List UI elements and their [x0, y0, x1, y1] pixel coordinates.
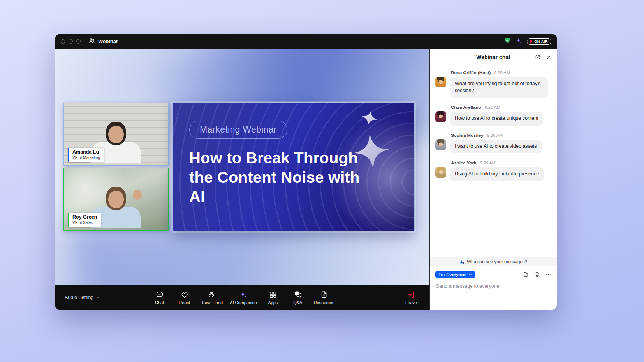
- meeting-toolbar: Audio Setting Chat: [55, 285, 429, 310]
- chat-message: Ashlee York 9:20 AM Using AI to build my…: [435, 159, 551, 181]
- webinar-window: Webinar: [55, 34, 557, 310]
- privacy-people-icon: [459, 259, 465, 264]
- video-tile-amanda[interactable]: Amanda Lu VP of Marketing: [63, 103, 169, 166]
- message-bubble: Using AI to build my LinkedIn presence: [450, 167, 544, 181]
- main-area: Amanda Lu VP of Marketing Ro: [55, 49, 429, 310]
- toolbar-button-label: Chat: [155, 300, 164, 305]
- webinar-chat-panel: Webinar chat: [429, 49, 557, 310]
- on-air-badge: ON AIR: [527, 38, 551, 45]
- to-selector-label: To: Everyone: [438, 272, 466, 277]
- raise-hand-button[interactable]: Raise Hand: [201, 290, 223, 305]
- qa-button[interactable]: Q&A: [289, 290, 307, 305]
- chat-title: Webinar chat: [476, 54, 510, 60]
- window-titlebar: Webinar: [55, 34, 557, 49]
- chat-message-input[interactable]: [436, 283, 551, 289]
- window-control-minimize-icon[interactable]: [69, 39, 73, 44]
- more-icon[interactable]: [545, 271, 551, 278]
- to-everyone-selector[interactable]: To: Everyone: [435, 271, 475, 278]
- toolbar-button-label: Q&A: [293, 300, 302, 305]
- security-shield-icon[interactable]: [504, 37, 511, 46]
- message-author: Sophia Mosiley: [451, 133, 484, 138]
- window-title-group: Webinar: [88, 37, 118, 45]
- chat-message: Sophia Mosiley 9:20 AM I want to use AI …: [435, 131, 551, 154]
- participant-name: Amanda Lu: [72, 149, 100, 156]
- chat-message: Clara Arellano 9:20 AM How to use AI to …: [435, 103, 551, 126]
- avatar: [435, 111, 446, 122]
- window-control-zoom-icon[interactable]: [76, 39, 81, 44]
- resources-icon: [320, 290, 328, 299]
- chat-button[interactable]: Chat: [151, 290, 169, 305]
- chat-footer: Who can see your messages? To: Everyone: [430, 257, 557, 310]
- chat-message: Rosa Griffin (Host) 9:20 AM What are you…: [435, 69, 551, 98]
- message-bubble: I want to use AI to create video assets: [450, 140, 542, 154]
- shared-presentation: Marketing Webinar How to Break Through t…: [172, 102, 415, 231]
- ai-companion-button[interactable]: AI Companion: [230, 290, 257, 305]
- to-chevron-icon: [468, 273, 472, 276]
- message-author: Ashlee York: [451, 161, 476, 165]
- participant-role: VP of Sales: [72, 220, 97, 225]
- message-bubble: What are you trying to get out of today'…: [450, 77, 548, 98]
- popout-icon[interactable]: [535, 54, 541, 60]
- participant-role: VP of Marketing: [72, 156, 100, 160]
- ai-companion-icon: [239, 290, 248, 299]
- message-author: Clara Arellano: [451, 105, 481, 110]
- resources-button[interactable]: Resources: [314, 290, 334, 305]
- window-controls[interactable]: [61, 39, 81, 44]
- window-body: Amanda Lu VP of Marketing Ro: [55, 49, 557, 310]
- composer-controls: To: Everyone: [430, 271, 557, 278]
- slide-badge: Marketing Webinar: [189, 121, 287, 139]
- webinar-icon: [88, 37, 95, 45]
- raise-hand-icon: [207, 290, 216, 299]
- slide-decor-star-icon: [356, 107, 382, 133]
- close-icon[interactable]: [546, 54, 552, 60]
- toolbar-button-label: Raise Hand: [201, 300, 223, 305]
- window-title: Webinar: [98, 38, 118, 44]
- avatar: [435, 167, 446, 178]
- qa-icon: [294, 290, 302, 299]
- react-button[interactable]: React: [176, 290, 194, 305]
- video-stage: Amanda Lu VP of Marketing Ro: [55, 49, 429, 285]
- privacy-note[interactable]: Who can see your messages?: [430, 257, 557, 266]
- composer-input-wrap: [430, 278, 557, 289]
- chat-icon: [155, 290, 164, 299]
- leave-icon: [407, 290, 415, 299]
- message-bubble: How to use AI to create unique content: [450, 112, 543, 126]
- file-icon[interactable]: [523, 271, 529, 278]
- toolbar-button-label: AI Companion: [230, 300, 257, 305]
- toolbar-button-label: React: [179, 300, 190, 305]
- privacy-note-text: Who can see your messages?: [467, 259, 527, 264]
- message-time: 9:20 AM: [485, 105, 500, 110]
- audio-chevron-icon: [96, 296, 100, 300]
- message-author: Rosa Griffin (Host): [451, 70, 491, 75]
- toolbar-button-label: Resources: [314, 300, 334, 305]
- chat-header-actions: [535, 54, 552, 60]
- name-tag: Amanda Lu VP of Marketing: [68, 148, 104, 162]
- toolbar-button-label: Apps: [268, 300, 278, 305]
- leave-button[interactable]: Leave: [402, 290, 420, 305]
- apps-icon: [269, 290, 277, 299]
- slide-title: How to Break Through the Content Noise w…: [189, 149, 377, 206]
- message-time: 9:20 AM: [480, 161, 496, 165]
- desktop-background: Webinar: [0, 0, 644, 362]
- chat-header: Webinar chat: [430, 49, 557, 66]
- audio-setting-button[interactable]: Audio Setting: [65, 295, 100, 300]
- toolbar-center-group: Chat React: [151, 290, 334, 305]
- composer-icon-group: [523, 271, 551, 278]
- message-time: 9:20 AM: [494, 70, 510, 75]
- audio-setting-label: Audio Setting: [65, 295, 93, 300]
- window-control-close-icon[interactable]: [61, 39, 65, 44]
- chat-message-list: Rosa Griffin (Host) 9:20 AM What are you…: [430, 66, 557, 257]
- titlebar-status-group: ON AIR: [504, 37, 551, 46]
- emoji-icon[interactable]: [534, 271, 540, 278]
- apps-button[interactable]: Apps: [264, 290, 282, 305]
- toolbar-button-label: Leave: [405, 300, 417, 305]
- ai-companion-icon[interactable]: [516, 37, 523, 46]
- participant-name: Roy Green: [72, 214, 97, 220]
- avatar: [435, 77, 446, 87]
- on-air-dot: [530, 40, 532, 43]
- video-tile-roy[interactable]: Roy Green VP of Sales: [63, 168, 169, 231]
- avatar: [435, 139, 446, 150]
- on-air-label: ON AIR: [534, 40, 548, 44]
- message-time: 9:20 AM: [487, 133, 503, 138]
- name-tag: Roy Green VP of Sales: [68, 213, 101, 227]
